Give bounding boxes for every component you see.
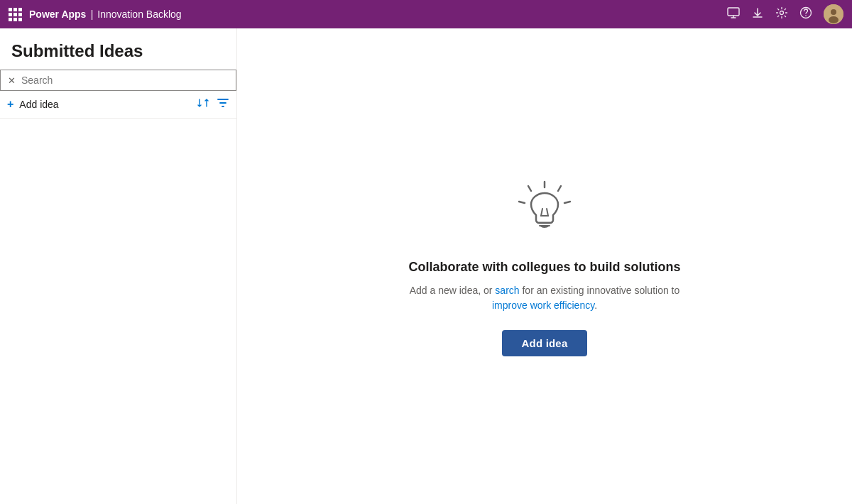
empty-state: Collaborate with collegues to build solu… bbox=[395, 176, 694, 356]
download-icon[interactable] bbox=[751, 6, 764, 22]
svg-point-5 bbox=[831, 9, 836, 15]
empty-state-title: Collaborate with collegues to build solu… bbox=[408, 260, 680, 275]
header-separator: | bbox=[90, 9, 93, 20]
add-idea-button[interactable]: + Add idea bbox=[7, 98, 59, 111]
avatar-image bbox=[824, 4, 843, 24]
search-link[interactable]: sarch bbox=[495, 285, 519, 296]
header-sub-name: Innovation Backlog bbox=[97, 9, 181, 20]
svg-point-1 bbox=[780, 11, 784, 15]
search-input[interactable] bbox=[21, 75, 229, 86]
add-idea-row: + Add idea bbox=[0, 91, 236, 119]
waffle-menu-icon[interactable] bbox=[9, 8, 22, 21]
svg-point-3 bbox=[805, 15, 807, 16]
svg-line-10 bbox=[519, 202, 525, 203]
page-title: Submitted Ideas bbox=[0, 28, 236, 70]
app-header: Power Apps | Innovation Backlog bbox=[0, 0, 852, 28]
svg-point-6 bbox=[829, 16, 839, 23]
svg-line-11 bbox=[564, 202, 570, 203]
improve-link[interactable]: improve work efficiency bbox=[492, 300, 594, 311]
content-area: Collaborate with collegues to build solu… bbox=[237, 28, 852, 504]
toolbar-actions bbox=[197, 97, 229, 112]
sort-icon[interactable] bbox=[197, 97, 209, 112]
search-clear-icon[interactable]: ✕ bbox=[8, 75, 16, 86]
help-icon[interactable] bbox=[799, 6, 812, 22]
header-left: Power Apps | Innovation Backlog bbox=[9, 8, 182, 21]
svg-line-8 bbox=[528, 186, 531, 191]
plus-icon: + bbox=[7, 98, 13, 111]
search-bar[interactable]: ✕ bbox=[0, 70, 236, 91]
avatar[interactable] bbox=[824, 4, 843, 24]
filter-icon[interactable] bbox=[217, 97, 229, 112]
main-container: Submitted Ideas ✕ + Add idea bbox=[0, 28, 852, 504]
empty-state-description: Add a new idea, or sarch for an existing… bbox=[395, 283, 694, 313]
svg-line-9 bbox=[558, 186, 561, 191]
cta-add-idea-button[interactable]: Add idea bbox=[502, 330, 588, 356]
header-right bbox=[727, 4, 843, 24]
lightbulb-icon bbox=[513, 176, 577, 243]
svg-rect-0 bbox=[728, 8, 739, 16]
sidebar: Submitted Ideas ✕ + Add idea bbox=[0, 28, 237, 504]
add-idea-label: Add idea bbox=[19, 99, 58, 110]
settings-icon[interactable] bbox=[775, 6, 788, 22]
app-name: Power Apps | Innovation Backlog bbox=[29, 9, 182, 20]
app-name-label: Power Apps bbox=[29, 9, 86, 20]
monitor-icon[interactable] bbox=[727, 6, 740, 22]
